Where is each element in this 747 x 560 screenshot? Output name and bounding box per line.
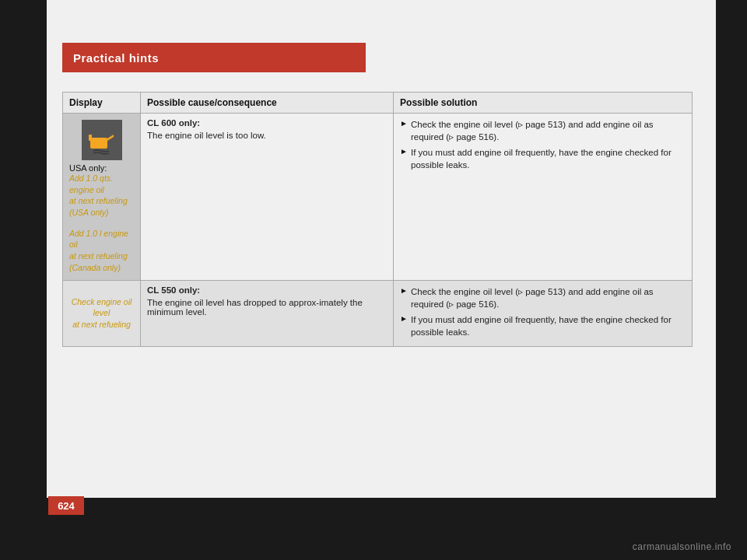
oil-can-svg (87, 125, 117, 155)
bullet-arrow-icon-2: ► (400, 147, 408, 171)
watermark: carmanualsonline.info (633, 541, 731, 552)
bullet-text-1-row2: Check the engine oil level (▹ page 513) … (411, 285, 686, 310)
bullet-arrow-icon-3: ► (400, 286, 408, 310)
table-header-row: Display Possible cause/consequence Possi… (63, 93, 693, 114)
header-bar: Practical hints (62, 43, 366, 72)
cause-cell-row1: CL 600 only: The engine oil level is too… (141, 114, 394, 281)
col-cause: Possible cause/consequence (141, 93, 394, 114)
svg-rect-2 (89, 135, 92, 141)
oil-warning-icon (82, 120, 122, 160)
main-table-container: Display Possible cause/consequence Possi… (62, 92, 693, 347)
cause-body-row2: The engine oil level has dropped to appr… (147, 298, 387, 317)
page-title: Practical hints (73, 51, 159, 65)
col-display: Display (63, 93, 141, 114)
display-text-row1: USA only: Add 1.0 qts. engine oilat next… (66, 163, 137, 274)
bullet-2-row2: ► If you must add engine oil frequently,… (400, 313, 686, 338)
solution-cell-row1: ► Check the engine oil level (▹ page 513… (394, 114, 693, 281)
cause-heading-row2: CL 550 only: (147, 285, 387, 295)
bullet-text-2-row2: If you must add engine oil frequently, h… (411, 313, 686, 338)
bullet-text-1-row1: Check the engine oil level (▹ page 513) … (411, 118, 686, 143)
bullet-1-row1: ► Check the engine oil level (▹ page 513… (400, 118, 686, 143)
svg-marker-1 (107, 135, 114, 141)
table-row-2: Check engine oil levelat next refueling … (63, 280, 693, 346)
display-cell-row1: USA only: Add 1.0 qts. engine oilat next… (63, 114, 141, 281)
display-cell-row2: Check engine oil levelat next refueling (63, 280, 141, 346)
page-number-box: 624 (48, 496, 84, 515)
cause-body-row1: The engine oil level is too low. (147, 131, 387, 140)
display-label-usa: USA only: (69, 163, 137, 173)
bullet-1-row2: ► Check the engine oil level (▹ page 513… (400, 285, 686, 310)
display-italic-row1b: Add 1.0 l engine oilat next refueling(Ca… (69, 228, 137, 274)
svg-rect-0 (90, 138, 107, 149)
solution-cell-row2: ► Check the engine oil level (▹ page 513… (394, 280, 693, 346)
bullet-2-row1: ► If you must add engine oil frequently,… (400, 146, 686, 171)
display-italic-row2: Check engine oil levelat next refueling (66, 296, 137, 331)
table-row: USA only: Add 1.0 qts. engine oilat next… (63, 114, 693, 281)
bullet-arrow-icon: ► (400, 119, 408, 143)
bullet-arrow-icon-4: ► (400, 314, 408, 338)
cause-heading-row1: CL 600 only: (147, 118, 387, 128)
display-italic-row1a: Add 1.0 qts. engine oilat next refueling… (69, 173, 137, 219)
hints-table: Display Possible cause/consequence Possi… (62, 92, 693, 347)
bullet-text-2-row1: If you must add engine oil frequently, h… (411, 146, 686, 171)
page-number: 624 (58, 500, 75, 512)
cause-cell-row2: CL 550 only: The engine oil level has dr… (141, 280, 394, 346)
col-solution: Possible solution (394, 93, 693, 114)
